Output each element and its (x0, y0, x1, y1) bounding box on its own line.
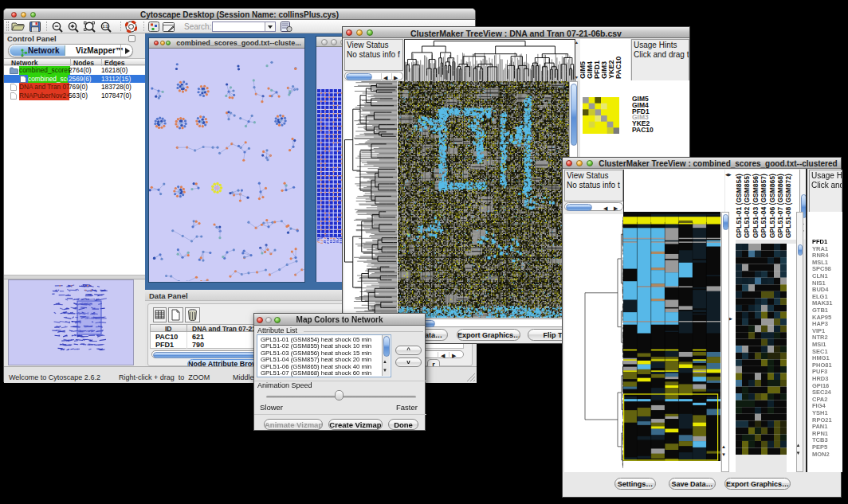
svg-text:1:1: 1:1 (102, 24, 108, 29)
svg-text:GPL51-03 (GSM856): GPL51-03 (GSM856) (752, 174, 760, 238)
svg-text:GPL51-07 (GSM868): GPL51-07 (GSM868) (776, 174, 784, 238)
svg-text:GPL51-06 (GSM865): GPL51-06 (GSM865) (768, 174, 776, 238)
svg-text:GPL51-04 (GSM857): GPL51-04 (GSM857) (760, 174, 768, 238)
svg-text:GPL51-01 (GSM854): GPL51-01 (GSM854) (735, 174, 743, 238)
svg-text:PAC10: PAC10 (614, 57, 622, 79)
svg-text:GPL51-08 (GSM872): GPL51-08 (GSM872) (784, 174, 792, 238)
svg-text:GPL51-02 (GSM855): GPL51-02 (GSM855) (743, 174, 751, 238)
